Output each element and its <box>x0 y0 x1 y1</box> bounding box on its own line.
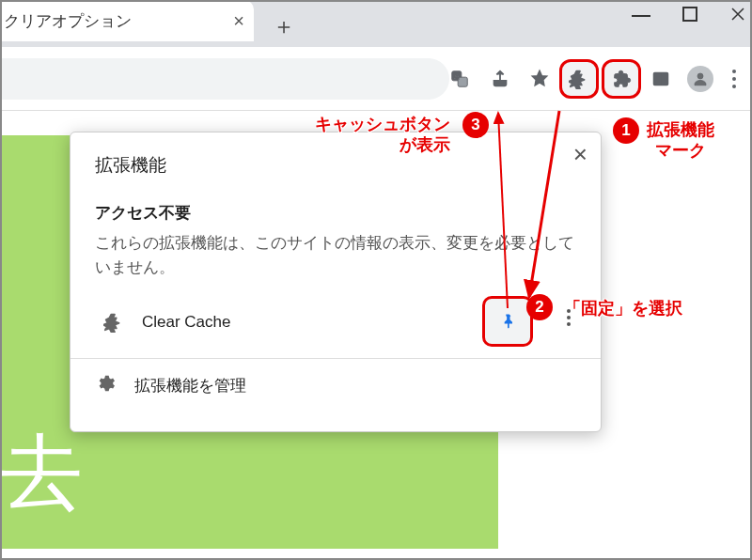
popup-close-icon[interactable]: × <box>573 140 588 169</box>
extension-row[interactable]: Clear Cache <box>95 300 576 345</box>
share-icon[interactable] <box>480 59 520 99</box>
titlebar: クリアオプション × ＋ <box>0 0 752 47</box>
popup-section-description: これらの拡張機能は、このサイトの情報の表示、変更を必要としていません。 <box>95 231 576 279</box>
svg-point-5 <box>697 73 703 79</box>
sidepanel-icon[interactable] <box>641 59 681 99</box>
pin-button[interactable] <box>482 296 533 347</box>
close-tab-icon[interactable]: × <box>233 10 244 32</box>
toolbar: A <box>0 47 752 111</box>
clear-cache-extension-icon[interactable] <box>559 59 599 99</box>
browser-tab[interactable]: クリアオプション × <box>0 0 254 41</box>
manage-extensions-label: 拡張機能を管理 <box>134 375 246 397</box>
toolbar-icons: A <box>440 58 748 100</box>
manage-extensions-row[interactable]: 拡張機能を管理 <box>95 365 576 406</box>
page-decorative-text: i去 <box>0 417 83 529</box>
popup-section-title: アクセス不要 <box>95 202 576 224</box>
profile-avatar[interactable] <box>681 59 720 99</box>
kebab-menu-icon[interactable] <box>720 59 748 99</box>
tab-title: クリアオプション <box>4 10 132 32</box>
extension-name: Clear Cache <box>142 313 231 332</box>
annotation-label-3: キャッシュボタン が表示 <box>315 115 450 155</box>
bookmark-star-icon[interactable] <box>520 59 559 99</box>
window-close-button[interactable] <box>729 6 746 23</box>
translate-icon[interactable]: A <box>440 59 479 99</box>
recycle-icon <box>95 312 133 333</box>
window-controls <box>600 6 746 23</box>
maximize-button[interactable] <box>682 7 697 22</box>
annotation-badge-3: 3 <box>462 112 489 138</box>
svg-text:A: A <box>455 72 460 81</box>
svg-rect-1 <box>458 77 467 86</box>
annotation-badge-2: 2 <box>526 294 553 320</box>
annotation-label-1: 拡張機能 マーク <box>647 120 714 161</box>
popup-title: 拡張機能 <box>95 153 576 178</box>
omnibox[interactable] <box>0 58 449 100</box>
new-tab-button[interactable]: ＋ <box>273 11 295 41</box>
extensions-popup: × 拡張機能 アクセス不要 これらの拡張機能は、このサイトの情報の表示、変更を必… <box>70 132 602 432</box>
gear-icon <box>95 373 116 397</box>
annotation-label-2: 「固定」を選択 <box>564 299 682 319</box>
svg-rect-3 <box>654 73 668 86</box>
annotation-badge-1: 1 <box>613 117 639 144</box>
extensions-puzzle-icon[interactable] <box>602 59 641 99</box>
minimize-button[interactable] <box>632 11 650 17</box>
divider <box>70 358 601 359</box>
